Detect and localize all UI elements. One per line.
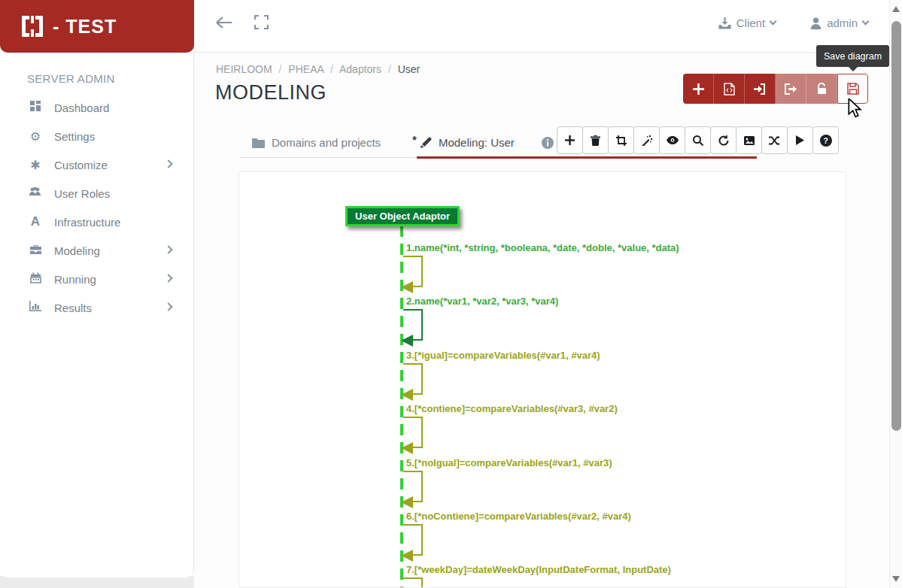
- tooltip-caret-icon: [849, 67, 858, 71]
- info-icon: [542, 137, 554, 149]
- diagram-item: 3.[*igual]=compareVariables(#var1, #var4…: [239, 350, 846, 402]
- loop-arrow-icon: [401, 389, 413, 401]
- breadcrumb: HEIRLOOM / PHEAA / Adaptors / User: [216, 63, 420, 75]
- sidebar-menu: Dashboard ⚙ Settings ✱ Customize User Ro…: [0, 93, 194, 322]
- sidebar-section-header: SERVER ADMIN: [27, 72, 115, 85]
- delete-button[interactable]: [582, 126, 609, 154]
- breadcrumb-link[interactable]: PHEAA: [288, 63, 323, 75]
- shuffle-button[interactable]: [761, 126, 788, 154]
- plus-icon: [565, 135, 575, 145]
- sidebar-item-infrastructure[interactable]: A Infrastructure: [0, 208, 194, 236]
- back-arrow-icon[interactable]: [215, 16, 233, 32]
- diagram-item-text[interactable]: 5.[*noIgual]=compareVariables(#var1, #va…: [406, 457, 612, 468]
- image-button[interactable]: [736, 126, 762, 154]
- file-code-icon: [724, 83, 735, 95]
- diagram-item: 7.[*weekDay]=dateWeekDay(InputDateFormat…: [239, 564, 846, 588]
- preview-button[interactable]: [659, 126, 685, 154]
- diagram-item-text[interactable]: 7.[*weekDay]=dateWeekDay(InputDateFormat…: [406, 564, 671, 575]
- diagram-canvas[interactable]: User Object Adaptor 1.name(*int, *string…: [238, 171, 846, 588]
- diagram-item-text[interactable]: 2.name(*var1, *var2, *var3, *var4): [406, 296, 558, 307]
- crop-icon: [616, 135, 627, 146]
- sidebar-item-results[interactable]: Results: [0, 293, 194, 322]
- diagram-root-node[interactable]: User Object Adaptor: [345, 206, 460, 226]
- heirloom-bracket-icon: [20, 14, 45, 39]
- pencil-icon: [421, 137, 432, 148]
- save-icon: [847, 83, 859, 95]
- tab-domains-and-projects[interactable]: Domains and projects: [239, 126, 393, 159]
- sign-out-icon: [785, 83, 797, 95]
- run-button[interactable]: [787, 126, 813, 154]
- scroll-up-icon[interactable]: [892, 6, 900, 12]
- scroll-down-icon[interactable]: [892, 576, 900, 582]
- client-menu[interactable]: Client: [718, 17, 776, 29]
- magic-wand-icon: [642, 135, 652, 146]
- folder-icon: [252, 138, 265, 148]
- diagram-item-text[interactable]: 3.[*igual]=compareVariables(#var1, #var4…: [406, 350, 600, 361]
- fullscreen-icon[interactable]: [254, 15, 269, 32]
- diagram-item: 2.name(*var1, *var2, *var3, *var4): [239, 296, 846, 348]
- diagram-action-group: [683, 74, 868, 104]
- loop-arrow-icon: [401, 442, 413, 454]
- tab-modeling-user[interactable]: * Modeling: User: [399, 126, 527, 159]
- sidebar-item-label: Running: [54, 273, 96, 286]
- image-icon: [744, 136, 755, 145]
- chevron-right-icon: [164, 302, 172, 311]
- breadcrumb-link[interactable]: Adaptors: [339, 63, 381, 75]
- chevron-down-icon: [770, 18, 777, 26]
- play-icon: [796, 135, 804, 145]
- export-button[interactable]: [776, 74, 806, 104]
- sign-in-icon: [754, 83, 766, 95]
- scrollbar-thumb[interactable]: [891, 21, 901, 431]
- loop-arrow-icon: [401, 335, 413, 347]
- vertical-scrollbar[interactable]: [889, 0, 902, 588]
- plus-icon: [693, 83, 704, 95]
- diagram-item: 6.[*noContiene]=compareVariables(#var2, …: [239, 511, 846, 563]
- chevron-right-icon: [164, 159, 172, 168]
- sidebar-item-user-roles[interactable]: User Roles: [0, 179, 194, 208]
- sidebar-item-label: Results: [54, 302, 92, 314]
- add-button[interactable]: [683, 74, 714, 104]
- zoom-icon: [693, 135, 703, 146]
- crop-button[interactable]: [608, 126, 634, 154]
- calendar-icon: [27, 272, 44, 286]
- sidebar-item-customize[interactable]: ✱ Customize: [0, 150, 194, 179]
- sidebar-item-label: Infrastructure: [54, 216, 120, 229]
- refresh-icon: [718, 135, 729, 146]
- sidebar-item-running[interactable]: Running: [0, 265, 194, 293]
- loop-arrow-icon: [401, 550, 413, 562]
- import-button[interactable]: [745, 74, 776, 104]
- unlock-button[interactable]: [806, 74, 837, 104]
- chevron-down-icon: [862, 18, 870, 26]
- refresh-button[interactable]: [710, 126, 736, 154]
- help-button[interactable]: ?: [812, 126, 839, 154]
- breadcrumb-link[interactable]: HEIRLOOM: [216, 63, 272, 75]
- admin-menu[interactable]: admin: [810, 17, 868, 29]
- add-node-button[interactable]: [557, 126, 583, 154]
- sidebar-item-label: Modeling: [54, 244, 100, 257]
- app-window: - TEST SERVER ADMIN Dashboard ⚙ Settings…: [0, 0, 902, 588]
- briefcase-icon: [27, 244, 44, 258]
- diagram-item-text[interactable]: 4.[*contiene]=compareVariables(#var3, #v…: [406, 403, 618, 414]
- modified-indicator: *: [412, 133, 417, 146]
- zoom-button[interactable]: [685, 126, 711, 154]
- loop-arrow-icon: [401, 496, 413, 508]
- sidebar: - TEST SERVER ADMIN Dashboard ⚙ Settings…: [0, 0, 194, 577]
- logo-text: - TEST: [53, 16, 117, 38]
- sidebar-item-dashboard[interactable]: Dashboard: [0, 93, 194, 122]
- save-button[interactable]: [837, 74, 868, 104]
- client-icon: [718, 17, 731, 29]
- breadcrumb-separator: /: [279, 63, 282, 75]
- diagram-item-text[interactable]: 6.[*noContiene]=compareVariables(#var2, …: [406, 511, 631, 522]
- file-code-button[interactable]: [714, 74, 745, 104]
- chevron-right-icon: [164, 274, 172, 282]
- users-icon: [27, 186, 44, 200]
- topbar: Client admin: [194, 0, 889, 53]
- diagram-item-text[interactable]: 1.name(*int, *string, *booleana, *date, …: [406, 242, 679, 253]
- sidebar-item-label: User Roles: [54, 187, 110, 200]
- magic-wand-button[interactable]: [633, 126, 660, 154]
- loop-bracket: [403, 577, 423, 588]
- sidebar-item-label: Settings: [54, 130, 95, 143]
- sidebar-item-settings[interactable]: ⚙ Settings: [0, 122, 194, 150]
- app-logo[interactable]: - TEST: [0, 0, 194, 53]
- sidebar-item-modeling[interactable]: Modeling: [0, 236, 194, 265]
